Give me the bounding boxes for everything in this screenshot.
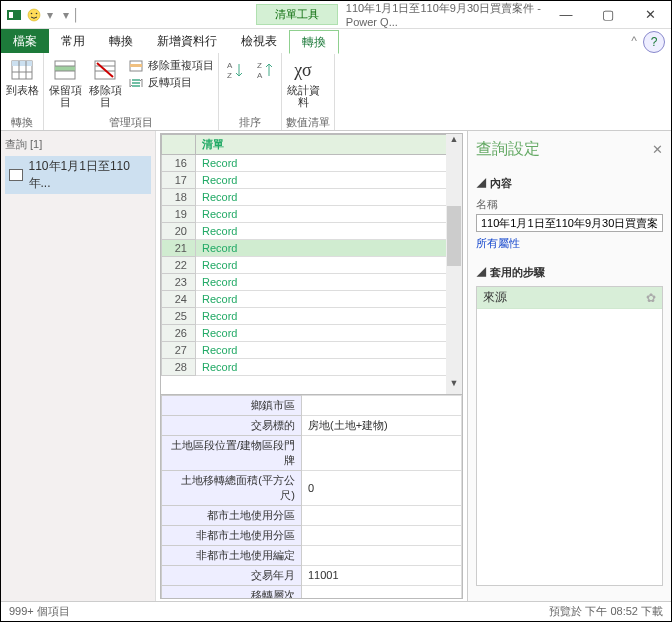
all-properties-link[interactable]: 所有屬性 bbox=[476, 236, 663, 251]
reverse-items-button[interactable]: 反轉項目 bbox=[128, 75, 214, 90]
row-value[interactable]: Record bbox=[196, 291, 462, 308]
list-row[interactable]: 23Record bbox=[162, 274, 462, 291]
query-name-input[interactable] bbox=[476, 214, 663, 232]
svg-rect-11 bbox=[55, 66, 75, 71]
minimize-button[interactable]: — bbox=[545, 2, 587, 28]
row-value[interactable]: Record bbox=[196, 342, 462, 359]
row-number: 17 bbox=[162, 172, 196, 189]
sigma-icon: χσ bbox=[291, 58, 315, 82]
query-icon bbox=[9, 169, 23, 181]
close-button[interactable]: ✕ bbox=[629, 2, 671, 28]
list-row[interactable]: 19Record bbox=[162, 206, 462, 223]
scroll-up-icon[interactable]: ▲ bbox=[446, 134, 462, 150]
detail-value bbox=[302, 435, 462, 470]
help-button[interactable]: ? bbox=[643, 31, 665, 53]
sort-desc-button[interactable]: ZA bbox=[253, 56, 277, 82]
row-value[interactable]: Record bbox=[196, 308, 462, 325]
svg-rect-1 bbox=[9, 12, 13, 18]
qat-overflow[interactable]: ▾ │ bbox=[63, 8, 80, 22]
detail-row: 交易標的房地(土地+建物) bbox=[162, 415, 462, 435]
statistics-button[interactable]: χσ 統計資料 bbox=[286, 56, 320, 108]
detail-value bbox=[302, 545, 462, 565]
row-number: 19 bbox=[162, 206, 196, 223]
detail-row: 非都市土地使用分區 bbox=[162, 525, 462, 545]
detail-row: 土地區段位置/建物區段門牌 bbox=[162, 435, 462, 470]
remove-duplicates-button[interactable]: 移除重複項目 bbox=[128, 58, 214, 73]
table-icon bbox=[10, 58, 34, 82]
list-scrollbar[interactable]: ▲ ▼ bbox=[446, 134, 462, 394]
row-value[interactable]: Record bbox=[196, 274, 462, 291]
row-value[interactable]: Record bbox=[196, 240, 462, 257]
row-value[interactable]: Record bbox=[196, 223, 462, 240]
rownum-header bbox=[162, 135, 196, 155]
detail-row: 都市土地使用分區 bbox=[162, 505, 462, 525]
detail-key: 土地區段位置/建物區段門牌 bbox=[162, 435, 302, 470]
row-value[interactable]: Record bbox=[196, 325, 462, 342]
gear-icon[interactable]: ✿ bbox=[646, 291, 656, 305]
remove-items-button[interactable]: 移除項目 bbox=[88, 56, 122, 108]
list-row[interactable]: 25Record bbox=[162, 308, 462, 325]
keep-items-button[interactable]: 保留項目 bbox=[48, 56, 82, 108]
row-number: 23 bbox=[162, 274, 196, 291]
list-row[interactable]: 21Record bbox=[162, 240, 462, 257]
sort-desc-icon: ZA bbox=[253, 58, 277, 82]
close-settings-button[interactable]: ✕ bbox=[652, 142, 663, 157]
ribbon: 到表格 轉換 保留項目 移除項目 移除重複項目 反轉項目 bbox=[1, 53, 671, 131]
row-value[interactable]: Record bbox=[196, 172, 462, 189]
ribbon-collapse[interactable]: ^ bbox=[631, 29, 643, 53]
detail-key: 非都市土地使用編定 bbox=[162, 545, 302, 565]
detail-value: 11001 bbox=[302, 565, 462, 585]
row-number: 25 bbox=[162, 308, 196, 325]
maximize-button[interactable]: ▢ bbox=[587, 2, 629, 28]
smiley-icon bbox=[27, 8, 41, 22]
queries-header: 查詢 [1] bbox=[5, 137, 151, 152]
list-column-header: 清單 bbox=[196, 135, 462, 155]
row-value[interactable]: Record bbox=[196, 189, 462, 206]
tab-view[interactable]: 檢視表 bbox=[229, 29, 289, 53]
preview-pane: 清單 16Record17Record18Record19Record20Rec… bbox=[156, 131, 467, 601]
list-row[interactable]: 22Record bbox=[162, 257, 462, 274]
group-numlist: χσ 統計資料 數值清單 bbox=[282, 53, 335, 130]
to-table-button[interactable]: 到表格 bbox=[5, 56, 39, 96]
file-tab[interactable]: 檔案 bbox=[1, 29, 49, 53]
list-row[interactable]: 16Record bbox=[162, 155, 462, 172]
tab-addcolumn[interactable]: 新增資料行 bbox=[145, 29, 229, 53]
detail-row: 非都市土地使用編定 bbox=[162, 545, 462, 565]
sort-asc-icon: AZ bbox=[223, 58, 247, 82]
group-convert: 到表格 轉換 bbox=[1, 53, 44, 130]
dropdown-icon[interactable]: ▾ bbox=[47, 8, 53, 22]
tab-transform[interactable]: 轉換 bbox=[97, 29, 145, 53]
row-value[interactable]: Record bbox=[196, 359, 462, 376]
reverse-icon bbox=[128, 76, 144, 90]
scroll-down-icon[interactable]: ▼ bbox=[446, 378, 462, 394]
group-manage: 保留項目 移除項目 移除重複項目 反轉項目 管理項目 bbox=[44, 53, 219, 130]
sort-asc-button[interactable]: AZ bbox=[223, 56, 247, 82]
query-item[interactable]: 110年1月1日至110年... bbox=[5, 156, 151, 194]
scroll-thumb[interactable] bbox=[447, 206, 461, 266]
list-row[interactable]: 18Record bbox=[162, 189, 462, 206]
tab-transform-context[interactable]: 轉換 bbox=[289, 30, 339, 54]
group-sort: AZ ZA 排序 bbox=[219, 53, 282, 130]
row-value[interactable]: Record bbox=[196, 155, 462, 172]
detail-key: 交易標的 bbox=[162, 415, 302, 435]
svg-point-4 bbox=[36, 12, 38, 14]
list-table: 清單 16Record17Record18Record19Record20Rec… bbox=[161, 134, 462, 394]
applied-steps-list: 來源 ✿ bbox=[476, 286, 663, 586]
row-value[interactable]: Record bbox=[196, 257, 462, 274]
statusbar: 999+ 個項目 預覽於 下午 08:52 下載 bbox=[1, 601, 671, 621]
tab-home[interactable]: 常用 bbox=[49, 29, 97, 53]
row-value[interactable]: Record bbox=[196, 206, 462, 223]
settings-title: 查詢設定 ✕ bbox=[476, 139, 663, 160]
list-row[interactable]: 27Record bbox=[162, 342, 462, 359]
svg-text:A: A bbox=[227, 61, 233, 70]
list-row[interactable]: 28Record bbox=[162, 359, 462, 376]
svg-point-2 bbox=[28, 9, 40, 21]
list-row[interactable]: 24Record bbox=[162, 291, 462, 308]
list-row[interactable]: 20Record bbox=[162, 223, 462, 240]
detail-row: 移轉層次 bbox=[162, 585, 462, 598]
svg-text:A: A bbox=[257, 71, 263, 80]
section-steps: 套用的步驟 bbox=[476, 265, 663, 280]
list-row[interactable]: 17Record bbox=[162, 172, 462, 189]
list-row[interactable]: 26Record bbox=[162, 325, 462, 342]
step-source[interactable]: 來源 ✿ bbox=[477, 287, 662, 309]
